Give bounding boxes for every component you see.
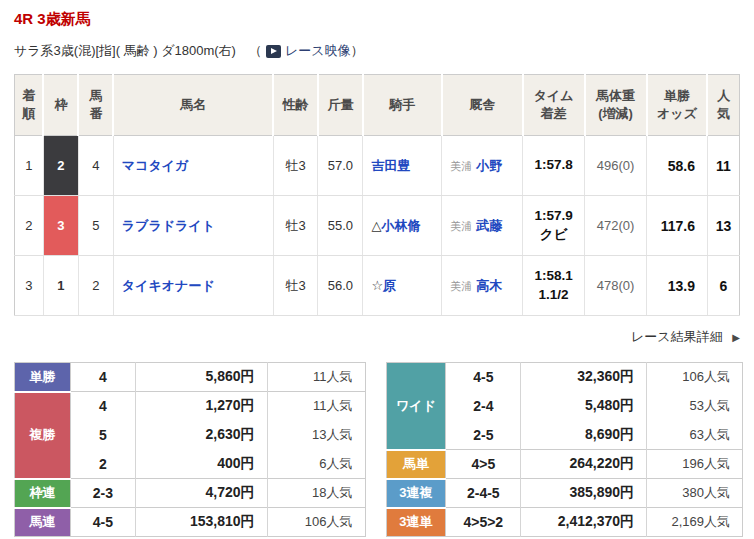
payout-combo: 2-5 [446, 421, 521, 450]
trainer-link[interactable]: 小野 [476, 158, 502, 173]
stable-cell: 美浦小野 [442, 136, 523, 196]
jockey-cell: ☆原 [363, 256, 442, 316]
payout-combo: 5 [70, 421, 135, 450]
payout-combo: 4-5 [70, 508, 135, 537]
win-odds-cell: 58.6 [647, 136, 708, 196]
payout-combo: 2 [70, 450, 135, 479]
payout-amount: 2,412,370円 [521, 508, 647, 537]
race-conditions-paren-close: ） [351, 42, 364, 60]
win-odds-cell: 117.6 [647, 196, 708, 256]
time-margin-cell: 1:57.9 クビ [523, 196, 585, 256]
rank-cell: 3 [15, 256, 44, 316]
horse-name-link[interactable]: マコタイガ [122, 158, 189, 173]
payout-amount: 153,810円 [135, 508, 267, 537]
race-conditions-text: サラ系3歳(混)[指]( 馬齢 ) ダ1800m(右) （ [14, 42, 262, 60]
time-margin-cell: 1:58.1 1.1/2 [523, 256, 585, 316]
payout-amount: 264,220円 [521, 450, 647, 479]
horse-name-cell: ラブラドライト [113, 196, 273, 256]
race-results-table: 着 順 枠 馬 番 馬名 性齢 斤量 騎手 厩舎 タイム 着差 馬体重 (増減)… [14, 74, 740, 316]
trainer-link[interactable]: 高木 [476, 278, 502, 293]
jockey-mark: △ [371, 218, 381, 233]
payout-popularity: 53人気 [647, 392, 743, 421]
col-header-rank: 着 順 [15, 75, 44, 136]
margin: 1.1/2 [523, 286, 584, 304]
jockey-mark: ☆ [371, 278, 383, 293]
rank-cell: 2 [15, 196, 44, 256]
payout-popularity: 13人気 [267, 421, 365, 450]
col-header-jockey: 騎手 [363, 75, 442, 136]
payout-row-sanrentan: 3連単 4>5>2 2,412,370円 2,169人気 [386, 508, 743, 537]
result-row-1: 1 2 4 マコタイガ 牡3 57.0 吉田豊 美浦小野 1:57.8 4 [15, 136, 740, 196]
payout-table-right: ワイド 4-5 32,360円 106人気 2-4 5,480円 53人気 2-… [386, 362, 744, 537]
horse-number-cell: 2 [78, 256, 113, 316]
payout-popularity: 2,169人気 [647, 508, 743, 537]
payout-row-sanrenpuku: 3連複 2-4-5 385,890円 380人気 [386, 479, 743, 508]
stable-region: 美浦 [450, 220, 472, 232]
horse-name-cell: タイキオナード [113, 256, 273, 316]
bracket-cell: 1 [43, 256, 78, 316]
col-header-stable: 厩舎 [442, 75, 523, 136]
race-detail-row: レース結果詳細 ▶ [14, 328, 740, 346]
col-header-bodyweight: 馬体重 (増減) [585, 75, 647, 136]
finish-time: 1:57.8 [523, 156, 584, 174]
bet-type-label-wide: ワイド [386, 363, 446, 450]
bracket-cell: 2 [43, 136, 78, 196]
race-video-link[interactable]: レース映像 [262, 42, 351, 60]
trainer-link[interactable]: 武藤 [476, 218, 502, 233]
race-title: 4R 3歳新馬 [14, 10, 743, 29]
col-header-odds: 単勝 オッズ [647, 75, 708, 136]
payout-popularity: 63人気 [647, 421, 743, 450]
payout-row-tansho: 単勝 4 5,860円 11人気 [15, 363, 366, 392]
col-header-name: 馬名 [113, 75, 273, 136]
bet-type-label-sanrentan: 3連単 [386, 508, 446, 537]
payout-popularity: 380人気 [647, 479, 743, 508]
body-weight-cell: 472(0) [585, 196, 647, 256]
jockey-link[interactable]: 原 [383, 278, 396, 293]
carried-weight-cell: 56.0 [318, 256, 363, 316]
payouts-section: 単勝 4 5,860円 11人気 複勝 4 1,270円 11人気 5 2,63… [14, 362, 743, 537]
payout-combo: 4>5>2 [446, 508, 521, 537]
bet-type-label-fukusho: 複勝 [15, 392, 71, 479]
col-header-sexage: 性齢 [273, 75, 318, 136]
horse-name-cell: マコタイガ [113, 136, 273, 196]
payout-amount: 5,860円 [135, 363, 267, 392]
race-detail-link[interactable]: レース結果詳細 ▶ [631, 329, 740, 344]
popularity-cell: 6 [707, 256, 739, 316]
payout-popularity: 11人気 [267, 363, 365, 392]
rank-cell: 1 [15, 136, 44, 196]
horse-number-cell: 5 [78, 196, 113, 256]
jockey-link[interactable]: 小林脩 [381, 218, 420, 233]
horse-name-link[interactable]: ラブラドライト [122, 218, 215, 233]
col-header-bracket: 枠 [43, 75, 78, 136]
win-odds-cell: 13.9 [647, 256, 708, 316]
bet-type-label-wakuren: 枠連 [15, 479, 71, 508]
payout-combo: 4-5 [446, 363, 521, 392]
payout-amount: 1,270円 [135, 392, 267, 421]
payout-combo: 2-4 [446, 392, 521, 421]
payout-row-umatan: 馬単 4>5 264,220円 196人気 [386, 450, 743, 479]
col-header-weight: 斤量 [318, 75, 363, 136]
result-row-2: 2 3 5 ラブラドライト 牡3 55.0 △小林脩 美浦武藤 1:57.9 ク… [15, 196, 740, 256]
payout-amount: 2,630円 [135, 421, 267, 450]
carried-weight-cell: 57.0 [318, 136, 363, 196]
payout-popularity: 196人気 [647, 450, 743, 479]
jockey-cell: 吉田豊 [363, 136, 442, 196]
payout-amount: 385,890円 [521, 479, 647, 508]
payout-popularity: 11人気 [267, 392, 365, 421]
col-header-popularity: 人 気 [707, 75, 739, 136]
payout-popularity: 106人気 [267, 508, 365, 537]
col-header-time: タイム 着差 [523, 75, 585, 136]
stable-region: 美浦 [450, 160, 472, 172]
payout-combo: 2-4-5 [446, 479, 521, 508]
payout-amount: 5,480円 [521, 392, 647, 421]
results-header-row: 着 順 枠 馬 番 馬名 性齢 斤量 騎手 厩舎 タイム 着差 馬体重 (増減)… [15, 75, 740, 136]
payout-amount: 8,690円 [521, 421, 647, 450]
payout-popularity: 106人気 [647, 363, 743, 392]
stable-cell: 美浦高木 [442, 256, 523, 316]
payout-table-left: 単勝 4 5,860円 11人気 複勝 4 1,270円 11人気 5 2,63… [14, 362, 366, 537]
payout-row-wide-1: ワイド 4-5 32,360円 106人気 [386, 363, 743, 392]
jockey-link[interactable]: 吉田豊 [371, 158, 410, 173]
horse-name-link[interactable]: タイキオナード [122, 278, 215, 293]
result-row-3: 3 1 2 タイキオナード 牡3 56.0 ☆原 美浦高木 1:58.1 1.1… [15, 256, 740, 316]
popularity-cell: 11 [707, 136, 739, 196]
